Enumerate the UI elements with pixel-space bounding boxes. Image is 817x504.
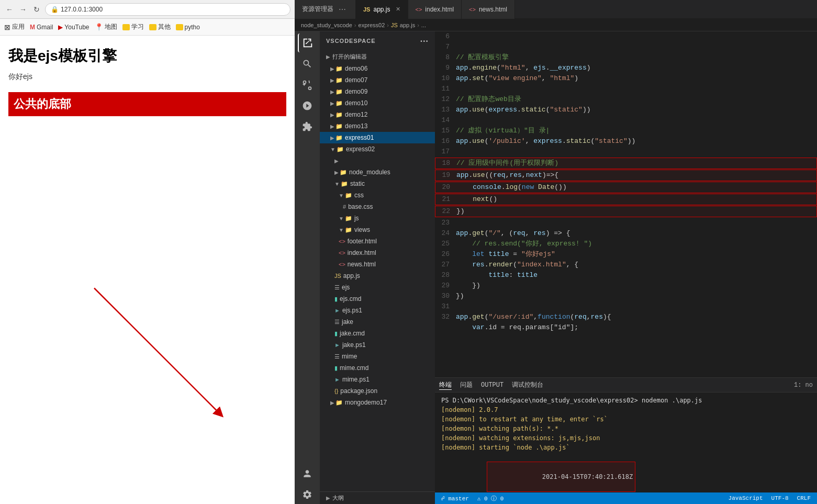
- tree-item-empty[interactable]: ▶: [320, 155, 435, 166]
- activity-account[interactable]: [298, 464, 317, 483]
- tree-item-demo07[interactable]: ▶ 📁 demo07: [320, 74, 435, 86]
- item-label: jake: [342, 318, 353, 326]
- folder-arrow: ▶: [330, 66, 334, 72]
- tree-item-static[interactable]: ▼ 📁 static: [320, 178, 435, 189]
- item-label: mongodemo17: [345, 399, 387, 406]
- bookmark-study[interactable]: 学习: [122, 23, 144, 31]
- folder-arrow: ▶: [330, 100, 334, 106]
- tree-item-demo12[interactable]: ▶ 📁 demo12: [320, 109, 435, 120]
- activity-settings[interactable]: [298, 485, 317, 504]
- tab-newshtml[interactable]: <> news.html: [462, 0, 515, 19]
- bookmark-gmail[interactable]: M Gmail: [30, 24, 53, 31]
- folder-icon: 📁: [340, 169, 347, 176]
- tree-item-demo09[interactable]: ▶ 📁 demo09: [320, 86, 435, 97]
- tree-item-index-html[interactable]: <> index.html: [320, 247, 435, 259]
- code-line-23: 23: [435, 218, 817, 228]
- tree-item-jakeps1[interactable]: ► jake.ps1: [320, 339, 435, 351]
- item-label: mime.ps1: [342, 376, 370, 383]
- open-editors-section[interactable]: ▶ 打开的编辑器: [320, 50, 435, 63]
- activity-scm[interactable]: [298, 75, 317, 94]
- bookmark-apps-label: 应用: [12, 23, 25, 31]
- tree-item-demo06[interactable]: ▶ 📁 demo06: [320, 63, 435, 74]
- activity-debug[interactable]: [298, 96, 317, 115]
- refresh-button[interactable]: ↻: [31, 4, 42, 15]
- more-icon[interactable]: ⋯: [337, 4, 348, 15]
- bookmark-pytho[interactable]: pytho: [176, 24, 200, 31]
- terminal-tab-problems[interactable]: 问题: [460, 380, 473, 389]
- breadcrumb-sep2: ›: [387, 22, 389, 28]
- tree-item-ejs[interactable]: ☰ ejs: [320, 282, 435, 293]
- outline-section[interactable]: ▶ 大纲: [320, 491, 435, 504]
- bookmark-maps[interactable]: 📍 地图: [95, 23, 117, 31]
- bookmark-other[interactable]: 其他: [149, 23, 171, 31]
- tree-item-ejscmd[interactable]: ▮ ejs.cmd: [320, 293, 435, 305]
- term-line-3: [nodemon] watching path(s): *.*: [441, 424, 811, 433]
- outline-label: 大纲: [332, 494, 344, 502]
- terminal-tab-debug[interactable]: 调试控制台: [512, 380, 543, 389]
- file-icon: ☰: [334, 284, 340, 291]
- tree-item-footer-html[interactable]: <> footer.html: [320, 236, 435, 247]
- tree-item-mime[interactable]: ☰ mime: [320, 351, 435, 362]
- bookmark-pytho-label: pytho: [185, 24, 200, 31]
- folder-icon: 📁: [337, 146, 344, 153]
- tree-item-jake[interactable]: ☰ jake: [320, 316, 435, 328]
- folder-icon: 📁: [335, 77, 343, 84]
- back-button[interactable]: ←: [4, 4, 15, 15]
- ps1-icon: ►: [334, 342, 340, 348]
- tree-item-views[interactable]: ▼ 📁 views: [320, 224, 435, 236]
- tree-item-express01[interactable]: ▶ 📁 express01: [320, 132, 435, 143]
- html-icon: <>: [339, 250, 345, 256]
- tab-explorer[interactable]: 资源管理器 ⋯: [295, 0, 356, 19]
- terminal-tab-output[interactable]: OUTPUT: [481, 382, 503, 389]
- bookmark-apps[interactable]: ⊠ 应用: [4, 23, 25, 31]
- activity-bar: [295, 31, 320, 504]
- tree-item-mimeps1[interactable]: ► mime.ps1: [320, 374, 435, 385]
- activity-explorer[interactable]: [298, 33, 317, 52]
- bookmark-youtube-label: YouTube: [64, 24, 89, 31]
- code-line-11: 11: [435, 84, 817, 94]
- code-line-24: 24 app.get("/", (req, res) => {: [435, 228, 817, 239]
- terminal-panel-label: 1: no: [794, 382, 813, 389]
- term-line-1: [nodemon] 2.0.7: [441, 405, 811, 415]
- status-bar: ☍ master ⚠ 0 ⓘ 0 JavaScript UTF-8 CRLF: [435, 492, 817, 504]
- tree-item-demo10[interactable]: ▶ 📁 demo10: [320, 97, 435, 109]
- tree-item-appjs[interactable]: JS app.js: [320, 270, 435, 282]
- tree-item-express02[interactable]: ▼ 📁 express02: [320, 143, 435, 155]
- tab-indexhtml[interactable]: <> index.html: [408, 0, 462, 19]
- code-line-9: 9 app.engine("html", ejs.__express): [435, 63, 817, 73]
- status-branch: ☍ master: [441, 495, 469, 502]
- json-icon: {}: [334, 388, 338, 394]
- tree-item-jakecmd[interactable]: ▮ jake.cmd: [320, 328, 435, 339]
- terminal-tab-terminal[interactable]: 终端: [439, 380, 452, 390]
- forward-button[interactable]: →: [18, 4, 28, 15]
- tab-appjs-label: app.js: [373, 6, 390, 13]
- tree-item-mongodemo17[interactable]: ▶ 📁 mongodemo17: [320, 397, 435, 408]
- item-label: demo12: [345, 111, 367, 118]
- address-bar[interactable]: 🔒 127.0.0.1:3000: [45, 3, 290, 16]
- tree-item-ejsps1[interactable]: ► ejs.ps1: [320, 305, 435, 316]
- terminal-panel: 终端 问题 OUTPUT 调试控制台 1: no PS D:\CWork\VSC…: [435, 377, 817, 492]
- ellipsis-icon[interactable]: ⋯: [420, 36, 429, 46]
- activity-search[interactable]: [298, 54, 317, 73]
- tree-item-css[interactable]: ▼ 📁 css: [320, 189, 435, 201]
- tree-item-node-modules[interactable]: ▶ 📁 node_modules: [320, 166, 435, 178]
- code-line-22: 22 }): [435, 206, 817, 217]
- code-line-30: 30 }): [435, 291, 817, 301]
- tab-appjs[interactable]: JS app.js ✕: [356, 0, 408, 19]
- tree-item-js[interactable]: ▼ 📁 js: [320, 212, 435, 224]
- tree-item-demo13[interactable]: ▶ 📁 demo13: [320, 120, 435, 132]
- tree-item-basecss[interactable]: # base.css: [320, 201, 435, 212]
- code-editor: 6 7 8 // 配置模板引擎 9 app.engine("html", ejs…: [435, 31, 817, 504]
- tree-item-packagejson[interactable]: {} package.json: [320, 385, 435, 397]
- sidebar-title: VSCODESPACE: [326, 38, 376, 44]
- html-icon: <>: [416, 6, 422, 13]
- code-area[interactable]: 6 7 8 // 配置模板引擎 9 app.engine("html", ejs…: [435, 31, 817, 377]
- activity-extensions[interactable]: [298, 117, 317, 136]
- tab-close-icon[interactable]: ✕: [396, 6, 400, 13]
- tree-item-news-html[interactable]: <> news.html: [320, 259, 435, 270]
- tree-item-mimecmd[interactable]: ▮ mime.cmd: [320, 362, 435, 374]
- bookmark-youtube[interactable]: ▶ YouTube: [58, 24, 89, 31]
- item-label: app.js: [343, 272, 360, 279]
- timestamp-text: 2021-04-15T07:40:21.618Z: [542, 473, 633, 480]
- item-label: base.css: [348, 203, 373, 210]
